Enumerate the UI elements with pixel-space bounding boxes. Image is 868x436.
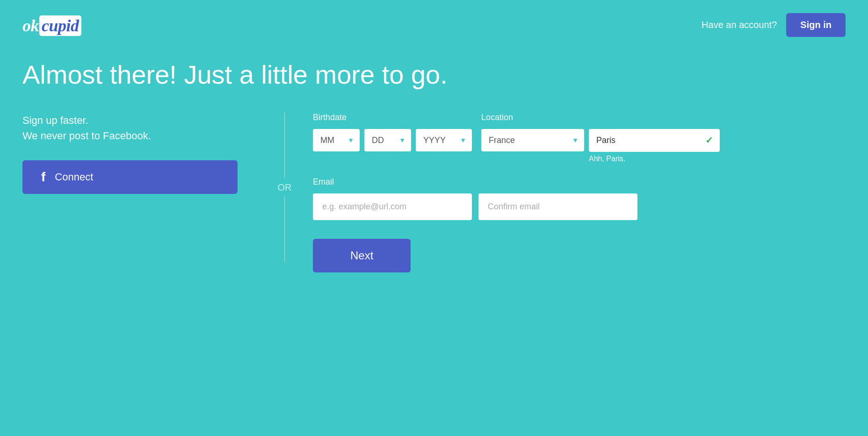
location-inputs: France ▼ ✓ Ahh, Paris. [481,129,720,163]
birthdate-field-group: Birthdate MM ▼ DD ▼ [313,113,472,151]
sign-in-button[interactable]: Sign in [786,13,846,37]
email-inputs [313,193,846,220]
city-check-icon: ✓ [705,135,713,146]
right-side-form: Birthdate MM ▼ DD ▼ [304,113,846,272]
city-input[interactable] [589,129,720,152]
city-group: ✓ Ahh, Paris. [589,129,720,163]
location-field-group: Location France ▼ ✓ Ahh, Paris. [481,113,720,163]
confirm-email-input[interactable] [478,193,637,220]
birthdate-location-row: Birthdate MM ▼ DD ▼ [313,113,846,163]
email-label: Email [313,177,846,187]
birthdate-selects: MM ▼ DD ▼ YYYY ▼ [313,129,472,151]
day-select-wrapper: DD ▼ [364,129,411,151]
month-select[interactable]: MM [313,129,360,151]
email-row: Email [313,177,846,220]
header-right: Have an account? Sign in [702,13,846,37]
sign-up-faster-text: Sign up faster. We never post to Faceboo… [22,113,238,143]
next-button[interactable]: Next [313,239,411,272]
country-select[interactable]: France [481,129,584,151]
year-select-wrapper: YYYY ▼ [416,129,472,151]
birthdate-label: Birthdate [313,113,472,122]
facebook-btn-label: Connect [55,171,93,183]
have-account-text: Have an account? [702,20,777,30]
content-area: Sign up faster. We never post to Faceboo… [0,113,868,272]
divider-area: OR [266,113,304,262]
left-side: Sign up faster. We never post to Faceboo… [22,113,266,194]
main-heading: Almost there! Just a little more to go. [0,46,868,113]
facebook-connect-button[interactable]: f Connect [22,160,238,194]
country-select-wrapper: France ▼ [481,129,584,151]
month-select-wrapper: MM ▼ [313,129,360,151]
logo-cupid: cupid [39,15,81,36]
logo: okcupid [22,15,81,36]
header: okcupid Have an account? Sign in [0,0,868,46]
day-select[interactable]: DD [364,129,411,151]
city-hint: Ahh, Paris. [589,155,720,163]
year-select[interactable]: YYYY [416,129,472,151]
logo-ok: ok [22,16,39,35]
location-label: Location [481,113,720,122]
city-input-wrapper: ✓ [589,129,720,152]
facebook-icon: f [41,170,45,185]
email-input[interactable] [313,193,472,220]
or-label: OR [276,178,294,196]
